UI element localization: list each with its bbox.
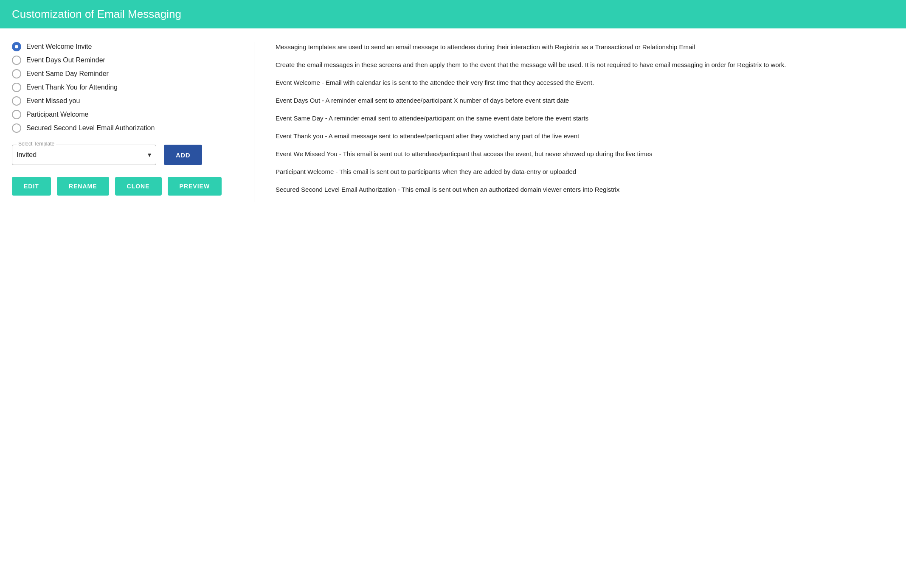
radio-option-7[interactable]: Secured Second Level Email Authorization: [12, 123, 233, 133]
radio-label-3: Event Same Day Reminder: [26, 70, 109, 78]
radio-circle-7: [12, 123, 21, 133]
divider: [254, 42, 254, 202]
radio-option-2[interactable]: Event Days Out Reminder: [12, 56, 233, 65]
radio-circle-1: [12, 42, 21, 51]
add-button[interactable]: ADD: [164, 145, 202, 165]
clone-button[interactable]: CLONE: [115, 177, 162, 196]
radio-label-7: Secured Second Level Email Authorization: [26, 124, 155, 132]
desc-para3: Event Welcome - Email with calendar ics …: [276, 78, 894, 88]
header: Customization of Email Messaging: [0, 0, 906, 28]
radio-option-1[interactable]: Event Welcome Invite: [12, 42, 233, 51]
radio-label-5: Event Missed you: [26, 97, 80, 105]
rename-button[interactable]: RENAME: [57, 177, 109, 196]
right-panel: Messaging templates are used to send an …: [276, 42, 894, 202]
desc-para4: Event Days Out - A reminder email sent t…: [276, 95, 894, 106]
radio-list: Event Welcome InviteEvent Days Out Remin…: [12, 42, 233, 133]
radio-circle-4: [12, 83, 21, 92]
preview-button[interactable]: PREVIEW: [168, 177, 222, 196]
radio-option-3[interactable]: Event Same Day Reminder: [12, 69, 233, 78]
radio-label-6: Participant Welcome: [26, 111, 88, 118]
radio-option-5[interactable]: Event Missed you: [12, 96, 233, 106]
desc-para9: Secured Second Level Email Authorization…: [276, 185, 894, 195]
template-row: Select Template Invited ▼ ADD: [12, 145, 233, 165]
action-buttons: EDIT RENAME CLONE PREVIEW: [12, 177, 233, 196]
radio-label-2: Event Days Out Reminder: [26, 56, 105, 64]
desc-para6: Event Thank you - A email message sent t…: [276, 131, 894, 141]
edit-button[interactable]: EDIT: [12, 177, 51, 196]
radio-circle-3: [12, 69, 21, 78]
radio-option-6[interactable]: Participant Welcome: [12, 110, 233, 119]
desc-para1: Messaging templates are used to send an …: [276, 42, 894, 52]
page-title: Customization of Email Messaging: [12, 8, 181, 20]
select-wrapper[interactable]: Select Template Invited ▼: [12, 145, 156, 165]
radio-option-4[interactable]: Event Thank You for Attending: [12, 83, 233, 92]
radio-circle-6: [12, 110, 21, 119]
left-panel: Event Welcome InviteEvent Days Out Remin…: [12, 42, 233, 202]
radio-circle-2: [12, 56, 21, 65]
desc-para7: Event We Missed You - This email is sent…: [276, 149, 894, 159]
desc-para8: Participant Welcome - This email is sent…: [276, 167, 894, 177]
select-template-value: Invited: [17, 151, 146, 159]
radio-circle-5: [12, 96, 21, 106]
chevron-down-icon: ▼: [146, 151, 152, 158]
radio-label-1: Event Welcome Invite: [26, 43, 92, 50]
desc-para5: Event Same Day - A reminder email sent t…: [276, 113, 894, 123]
select-template-label: Select Template: [17, 141, 56, 147]
desc-para2: Create the email messages in these scree…: [276, 60, 894, 70]
radio-label-4: Event Thank You for Attending: [26, 84, 118, 91]
